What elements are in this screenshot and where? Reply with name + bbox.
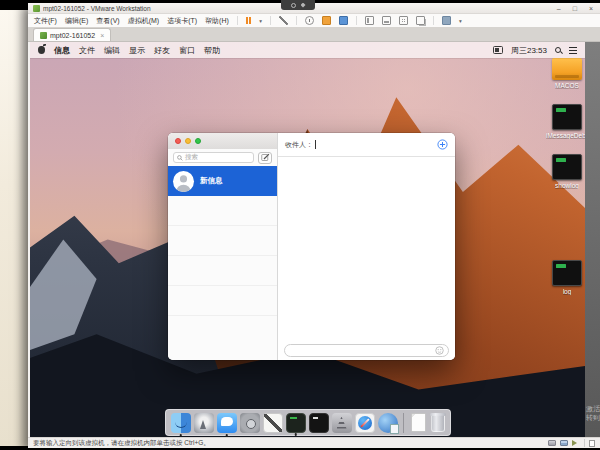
close-traffic-light[interactable] (175, 138, 181, 144)
mac-menu-buddies[interactable]: 好友 (154, 45, 170, 56)
dock-network-globe-icon[interactable] (378, 413, 398, 433)
mac-menu-edit[interactable]: 编辑 (104, 45, 120, 56)
take-snapshot-icon[interactable] (322, 16, 331, 25)
emoji-smiley-icon[interactable] (435, 346, 444, 355)
input-source-icon[interactable] (493, 46, 503, 54)
menubar-clock[interactable]: 周三23:53 (511, 45, 547, 56)
list-item[interactable] (168, 196, 277, 226)
close-button[interactable]: × (589, 5, 593, 12)
floating-grip-tab[interactable] (281, 0, 315, 10)
dock (165, 409, 451, 436)
dock-system-preferences-icon[interactable] (240, 413, 260, 433)
menu-tabs[interactable]: 选项卡(T) (167, 16, 197, 26)
menu-view[interactable]: 查看(V) (96, 16, 119, 26)
dock-terminal-dark-icon[interactable] (286, 413, 306, 433)
to-label: 收件人： (285, 140, 313, 150)
menu-vm[interactable]: 虚拟机(M) (128, 16, 160, 26)
dock-finder-icon[interactable] (171, 413, 191, 433)
sound-icon[interactable] (572, 440, 580, 446)
search-input[interactable]: 搜索 (173, 152, 254, 163)
desktop-icon-showlog[interactable]: showlog (546, 154, 585, 189)
conversation-row-selected[interactable]: 新信息 (168, 166, 277, 196)
terminal-file-icon (552, 104, 582, 130)
apple-menu-icon[interactable] (38, 46, 45, 54)
power-dropdown-icon[interactable]: ▾ (259, 18, 262, 24)
messages-window: 搜索 新信息 收件人： (168, 133, 455, 360)
dock-messages-icon[interactable] (217, 413, 237, 433)
console-view-icon[interactable] (442, 16, 451, 25)
add-recipient-button[interactable] (437, 139, 448, 150)
dock-document-icon[interactable] (411, 413, 426, 432)
ctrl-alt-del-icon[interactable] (279, 16, 288, 25)
toolbar-separator (237, 16, 238, 25)
text-cursor (315, 140, 316, 149)
message-log-icon[interactable] (589, 440, 595, 447)
layout-dropdown-icon[interactable]: ▾ (459, 18, 462, 24)
desktop-icon-macos-drive[interactable]: MACOS (546, 58, 585, 89)
toolbar-separator (270, 16, 271, 25)
list-item[interactable] (168, 286, 277, 316)
compose-button[interactable] (258, 152, 272, 164)
fullscreen-icon[interactable] (399, 16, 408, 25)
desktop-icon-imessagedebug[interactable]: iMessageDebug (546, 104, 585, 139)
list-item[interactable] (168, 256, 277, 286)
menu-help[interactable]: 帮助(H) (205, 16, 229, 26)
dock-launchpad-icon[interactable] (194, 413, 214, 433)
avatar (173, 171, 194, 192)
screenshot-root: mpt02-161052 - VMware Workstation – □ × … (0, 0, 600, 450)
maximize-button[interactable]: □ (573, 5, 577, 12)
macos-screen: 信息 文件 编辑 显示 好友 窗口 帮助 周三23:53 MACOS iMess… (30, 42, 585, 437)
dock-terminal-black-icon[interactable] (309, 413, 329, 433)
unity-mode-icon[interactable] (416, 16, 425, 25)
snapshot-manager-icon[interactable] (339, 16, 348, 25)
menu-file[interactable]: 文件(F) (34, 16, 57, 26)
network-icon[interactable] (560, 440, 568, 446)
messages-titlebar[interactable] (168, 133, 277, 149)
menu-edit[interactable]: 编辑(E) (65, 16, 88, 26)
mac-menu-file[interactable]: 文件 (79, 45, 95, 56)
vmware-tabbar: mpt02-161052 × (28, 27, 600, 42)
search-row: 搜索 (168, 149, 277, 166)
minimize-button[interactable]: – (557, 5, 561, 12)
menubar-app-name[interactable]: 信息 (54, 45, 70, 56)
recipient-field[interactable]: 收件人： (278, 133, 455, 157)
mac-menu-window[interactable]: 窗口 (179, 45, 195, 56)
exec-badge (556, 264, 566, 268)
mac-menu-help[interactable]: 帮助 (204, 45, 220, 56)
notification-center-icon[interactable] (569, 47, 577, 54)
status-icons (548, 439, 595, 447)
messages-sidebar: 搜索 新信息 (168, 133, 278, 360)
minimize-traffic-light[interactable] (185, 138, 191, 144)
spotlight-icon[interactable] (555, 47, 561, 53)
plus-circle-icon (437, 139, 448, 150)
gear-icon[interactable] (301, 3, 306, 8)
dock-unarchiver-icon[interactable] (332, 413, 352, 433)
list-item[interactable] (168, 226, 277, 256)
zoom-traffic-light[interactable] (195, 138, 201, 144)
show-library-icon[interactable] (365, 16, 374, 25)
tab-close-icon[interactable]: × (100, 32, 104, 39)
vmware-statusbar: 要将输入定向到该虚拟机，请在虚拟机内部单击或按 Ctrl+G。 (28, 437, 600, 448)
terminal-file-icon (552, 154, 582, 180)
conversation-title: 新信息 (200, 176, 223, 186)
pause-button[interactable] (246, 17, 252, 24)
vm-tab[interactable]: mpt02-161052 × (33, 28, 111, 41)
hard-disk-icon[interactable] (548, 440, 556, 446)
compose-pencil-icon (261, 153, 270, 162)
menubar-status-area: 周三23:53 (493, 45, 577, 56)
dock-safari-icon[interactable] (355, 413, 375, 433)
message-input[interactable] (284, 344, 449, 357)
mac-menu-view[interactable]: 显示 (129, 45, 145, 56)
vmware-client-background: 激活 Win 转到“设置” (585, 42, 600, 437)
desktop-icon-log[interactable]: log (546, 260, 585, 295)
vmware-menubar: 文件(F) 编辑(E) 查看(V) 虚拟机(M) 选项卡(T) 帮助(H) ▾ … (28, 14, 600, 27)
vmware-logo-icon (33, 5, 40, 12)
drive-icon (552, 58, 582, 80)
pin-icon[interactable] (291, 3, 296, 8)
show-thumbnails-icon[interactable] (382, 16, 391, 25)
running-indicator (225, 434, 228, 437)
dock-script-editor-icon[interactable] (263, 413, 283, 433)
dock-trash-icon[interactable] (431, 414, 445, 432)
host-desktop-strip (0, 10, 28, 446)
snapshot-clock-icon[interactable] (305, 16, 314, 25)
